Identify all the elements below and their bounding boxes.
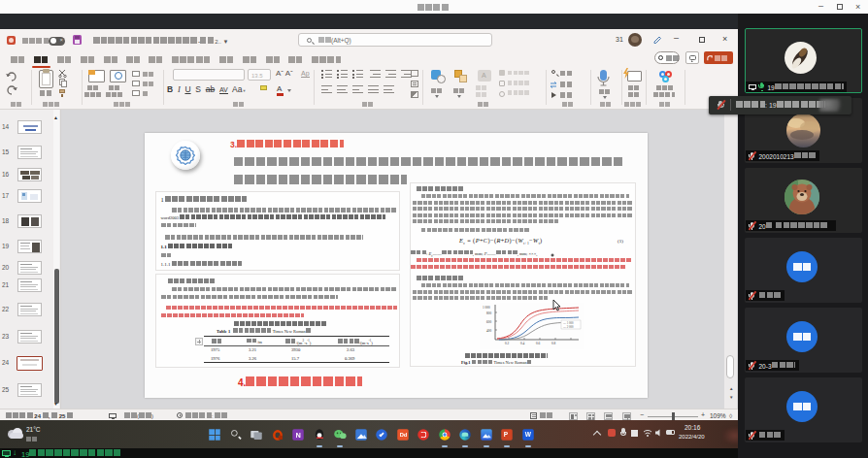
svg-text:400: 400 — [486, 329, 491, 333]
svg-text:0.4: 0.4 — [520, 342, 525, 345]
svg-text:600: 600 — [486, 320, 491, 324]
svg-text:— 2 000: — 2 000 — [562, 325, 574, 329]
svg-text:0.8: 0.8 — [551, 342, 556, 345]
svg-text:800: 800 — [486, 311, 491, 315]
svg-text:0.2: 0.2 — [505, 342, 510, 345]
svg-text:0.6: 0.6 — [536, 342, 541, 345]
svg-text:1 000: 1 000 — [483, 306, 490, 310]
